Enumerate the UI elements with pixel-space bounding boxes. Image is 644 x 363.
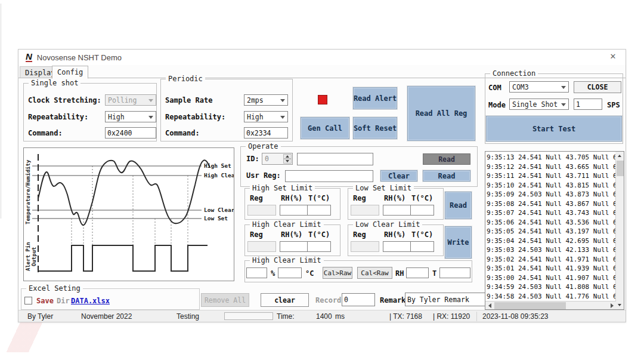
sps-input[interactable] xyxy=(574,99,602,110)
log-row[interactable]: 9:35:00 24.541 Null 41.907 Null 65BA xyxy=(487,273,615,283)
spinner-up-icon[interactable] xyxy=(283,154,292,159)
clock-stretching-select[interactable]: Polling xyxy=(105,94,156,106)
p-command-input[interactable] xyxy=(244,127,288,139)
usr-reg-clear-button[interactable]: Clear xyxy=(380,170,417,182)
alert-status-led xyxy=(318,95,327,104)
ss-repeatability-select[interactable]: High xyxy=(105,111,156,122)
log-row[interactable]: 9:34:59 24.503 Null 41.808 Null 65AC xyxy=(487,282,615,292)
data-file-link[interactable]: DATA.xlsx xyxy=(71,297,110,305)
low-clear-label: Low Clear xyxy=(204,207,234,213)
ss-command-input[interactable] xyxy=(105,127,156,139)
lc-reg-field xyxy=(351,241,379,252)
remark-field[interactable] xyxy=(405,293,493,306)
p-repeatability-select[interactable]: High xyxy=(244,111,288,122)
app-window: N Novosense NSHT Demo ✕ Display Config S… xyxy=(18,49,626,322)
hc-rh-field[interactable] xyxy=(280,241,308,252)
high-clear-limit-legend: High Clear Limit xyxy=(250,220,324,229)
com-port-select[interactable]: COM3 xyxy=(509,81,569,93)
horizontal-scroll-thumb[interactable] xyxy=(494,302,566,309)
high-clear-label: High Clear xyxy=(204,172,234,179)
ss-command-label: Command: xyxy=(28,129,63,137)
close-port-button[interactable]: CLOSE xyxy=(574,81,621,93)
log-row[interactable]: 9:35:09 24.503 Null 43.873 Null 65AC xyxy=(487,190,615,199)
status-date: November 2022 xyxy=(81,312,132,321)
t-label: T(°C) xyxy=(308,230,330,239)
reg-label: Reg xyxy=(353,194,366,202)
spinner-down-icon[interactable] xyxy=(283,159,292,164)
edge-artifact xyxy=(1,4,1,219)
scroll-down-icon[interactable] xyxy=(615,301,624,309)
gen-call-button[interactable]: Gen Call xyxy=(301,117,349,139)
mode-select[interactable]: Single Shot xyxy=(509,99,569,110)
ls-t-field[interactable] xyxy=(410,205,434,216)
log-row[interactable]: 9:35:04 24.541 Null 42.695 Null 65BA xyxy=(487,236,615,246)
high-set-limit-group: High Set Limit Reg RH(%) T(°C) xyxy=(244,188,340,220)
log-row[interactable]: 9:35:13 24.541 Null 43.705 Null 65BA xyxy=(487,153,615,162)
record-count-field[interactable] xyxy=(342,293,375,306)
scroll-right-icon[interactable] xyxy=(608,302,616,310)
log-row[interactable]: 9:34:58 24.503 Null 41.776 Null 65AC xyxy=(487,292,615,302)
log-row[interactable]: 9:35:10 24.541 Null 43.815 Null 65BA xyxy=(487,181,615,190)
rx-counter: | RX: 11920 xyxy=(433,312,470,321)
window-title: Novosense NSHT Demo xyxy=(37,53,122,62)
log-row[interactable]: 9:35:05 24.541 Null 43.197 Null 65BA xyxy=(487,227,615,236)
rh-label: RH(%) xyxy=(281,194,302,202)
log-row[interactable]: 9:35:08 24.541 Null 43.867 Null 65BA xyxy=(487,199,615,209)
status-separator xyxy=(476,312,477,321)
single-shot-legend: Single shot xyxy=(29,79,80,87)
log-row[interactable]: 9:35:11 24.541 Null 43.711 Null 65BA xyxy=(487,171,615,181)
sample-rate-select[interactable]: 2mps xyxy=(244,94,288,106)
progress-bar xyxy=(224,312,273,320)
rh-raw-field[interactable] xyxy=(406,267,429,278)
cal-from-raw-button[interactable]: Cal<Raw xyxy=(357,267,392,279)
lc-t-field[interactable] xyxy=(410,241,434,252)
t-raw-field[interactable] xyxy=(439,267,470,278)
close-icon[interactable]: ✕ xyxy=(606,52,620,63)
limits-write-button[interactable]: Write xyxy=(445,226,472,259)
ls-rh-field[interactable] xyxy=(383,205,411,216)
calc-temp-field[interactable] xyxy=(278,267,302,278)
save-checkbox[interactable] xyxy=(24,297,32,304)
scroll-left-icon[interactable] xyxy=(485,302,494,310)
hs-t-field[interactable] xyxy=(307,205,331,216)
id-value: 0 xyxy=(265,155,269,163)
chevron-down-icon xyxy=(561,103,566,106)
record-label: Record xyxy=(315,296,341,304)
calc-rh-percent-field[interactable] xyxy=(246,267,267,278)
high-set-limit-legend: High Set Limit xyxy=(250,184,315,192)
hc-t-field[interactable] xyxy=(307,241,331,252)
high-clear-limit-group: High Clear Limit Reg RH(%) T(°C) xyxy=(244,224,340,256)
id-register-field[interactable] xyxy=(297,153,373,165)
low-clear-limit-legend: Low Clear Limit xyxy=(353,220,422,229)
clear-button[interactable]: clear xyxy=(261,293,309,307)
horizontal-scrollbar[interactable] xyxy=(485,301,616,309)
tab-config[interactable]: Config xyxy=(52,66,88,79)
status-timestamp: 2023-11-08 09:35:23 xyxy=(482,312,549,321)
soft-reset-button[interactable]: Soft Reset xyxy=(353,117,397,139)
read-all-reg-button[interactable]: Read All Reg xyxy=(407,86,475,141)
usr-reg-read-button[interactable]: Read xyxy=(423,170,470,182)
log-listbox[interactable]: 9:35:13 24.541 Null 43.705 Null 65BA9:35… xyxy=(485,151,624,310)
log-row[interactable]: 9:35:01 24.541 Null 41.939 Null 65BA xyxy=(487,264,615,273)
time-value: 1400 xyxy=(316,312,332,321)
log-row[interactable]: 9:35:02 24.541 Null 41.971 Null 65BA xyxy=(487,255,615,264)
limits-read-button[interactable]: Read xyxy=(445,192,472,219)
hs-rh-field[interactable] xyxy=(280,205,308,216)
lc-rh-field[interactable] xyxy=(383,241,411,252)
rh-label: RH(%) xyxy=(281,230,302,239)
start-test-button[interactable]: Start Test xyxy=(486,116,622,141)
ss-repeatability-label: Repeatability: xyxy=(28,113,88,121)
log-row[interactable]: 9:35:07 24.541 Null 43.743 Null 65BA xyxy=(487,208,615,218)
id-stepper[interactable]: 0 xyxy=(262,153,293,165)
log-row[interactable]: 9:35:06 24.541 Null 43.536 Null 65BA xyxy=(487,218,615,227)
read-alert-button[interactable]: Read Alert xyxy=(353,87,397,109)
cal-to-raw-button[interactable]: Cal>Raw xyxy=(323,267,352,279)
status-bar: By Tyler November 2022 Testing Time: 140… xyxy=(18,310,626,322)
scroll-up-icon[interactable] xyxy=(615,152,624,160)
high-set-label: High Set xyxy=(204,162,231,169)
log-row[interactable]: 9:35:03 24.503 Null 42.133 Null 65AC xyxy=(487,245,615,255)
usr-reg-field[interactable] xyxy=(285,170,373,182)
vertical-scrollbar[interactable] xyxy=(615,152,624,309)
vertical-scroll-thumb[interactable] xyxy=(617,161,624,176)
log-row[interactable]: 9:35:12 24.541 Null 43.665 Null 65BA xyxy=(487,162,615,172)
